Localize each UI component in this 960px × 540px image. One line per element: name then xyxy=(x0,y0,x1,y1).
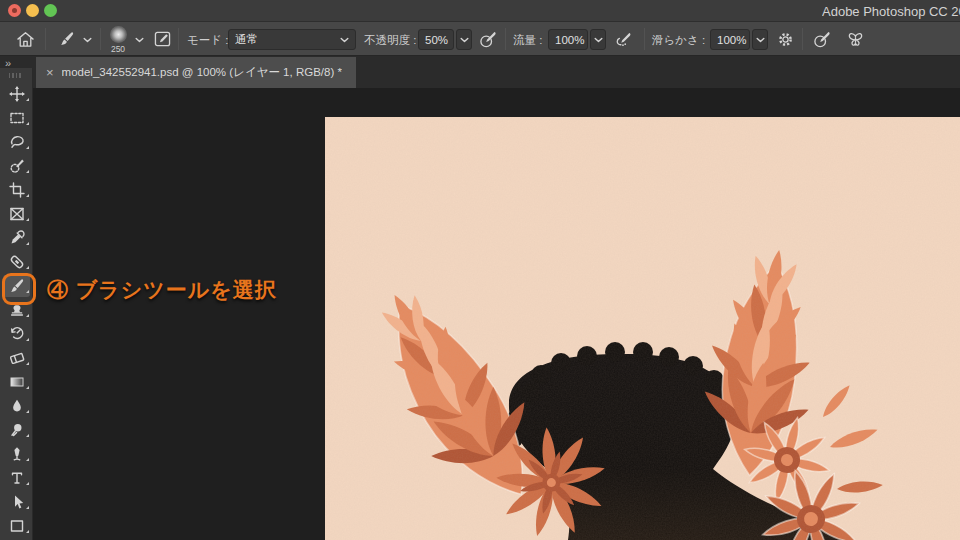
smoothing-chevron[interactable] xyxy=(752,29,768,50)
tool-rectangular-marquee[interactable] xyxy=(0,106,33,130)
home-button[interactable] xyxy=(12,29,38,49)
history-brush-icon xyxy=(9,326,25,342)
crop-icon xyxy=(9,182,25,198)
pen-pressure-icon xyxy=(813,31,831,48)
symmetry-butterfly-icon xyxy=(847,32,864,47)
soft-brush-preview-icon xyxy=(110,26,127,43)
blend-mode-select[interactable]: 通常 xyxy=(228,29,356,50)
brush-icon xyxy=(59,31,75,47)
photo-grain-overlay xyxy=(325,117,960,540)
flow-chevron[interactable] xyxy=(590,29,606,50)
clone-stamp-icon xyxy=(9,302,25,318)
airbrush-icon xyxy=(616,32,632,47)
opacity-value-box[interactable]: 50% xyxy=(418,29,454,50)
flow-value-box[interactable]: 100% xyxy=(548,29,588,50)
tool-dodge[interactable] xyxy=(0,418,33,442)
healing-brush-icon xyxy=(9,254,25,270)
brush-icon xyxy=(9,278,25,294)
toolbar-grip[interactable] xyxy=(9,73,23,78)
frame-icon xyxy=(9,206,25,222)
document-tab-bar: » × model_342552941.psd @ 100% (レイヤー 1, … xyxy=(0,56,960,88)
tool-preset-chevron[interactable] xyxy=(81,35,93,45)
gradient-icon xyxy=(9,374,25,390)
paint-symmetry-button[interactable] xyxy=(842,29,868,49)
tab-title: model_342552941.psd @ 100% (レイヤー 1, RGB/… xyxy=(62,65,342,80)
tool-eraser[interactable] xyxy=(0,346,33,370)
tool-eyedropper[interactable] xyxy=(0,226,33,250)
options-bar: 250 モード : 通常 不透明度 : 50% 流量 : 100% xyxy=(0,22,960,56)
chevron-down-icon xyxy=(135,37,144,43)
chevron-down-icon xyxy=(594,37,603,43)
chevron-down-icon xyxy=(756,37,765,43)
blur-drop-icon xyxy=(9,398,25,414)
flow-label: 流量 : xyxy=(513,33,542,48)
opacity-chevron[interactable] xyxy=(456,29,472,50)
tool-rectangle-shape[interactable] xyxy=(0,514,33,538)
lasso-icon xyxy=(9,134,25,150)
divider xyxy=(45,28,46,50)
zoom-window-button[interactable] xyxy=(44,4,57,17)
tool-clone-stamp[interactable] xyxy=(0,298,33,322)
opacity-label: 不透明度 : xyxy=(364,33,416,48)
dodge-icon xyxy=(9,422,25,438)
quick-selection-icon xyxy=(9,158,25,174)
mode-label: モード : xyxy=(187,33,228,48)
eraser-icon xyxy=(9,350,25,366)
chevron-down-icon xyxy=(460,37,469,43)
rectangle-shape-icon xyxy=(9,518,25,534)
smoothing-value: 100% xyxy=(717,34,746,46)
tool-frame[interactable] xyxy=(0,202,33,226)
canvas-workspace xyxy=(34,88,960,540)
divider xyxy=(505,28,506,50)
tool-quick-selection[interactable] xyxy=(0,154,33,178)
flow-value: 100% xyxy=(555,34,584,46)
tool-crop[interactable] xyxy=(0,178,33,202)
divider xyxy=(178,28,179,50)
tools-panel xyxy=(0,68,33,540)
toggle-brush-settings-panel-button[interactable] xyxy=(150,28,174,50)
close-window-button[interactable] xyxy=(8,4,21,17)
tool-brush[interactable] xyxy=(0,274,33,298)
chevron-down-icon xyxy=(83,37,92,43)
tool-lasso[interactable] xyxy=(0,130,33,154)
brush-settings-panel-icon xyxy=(154,31,171,47)
brush-tool-preset-button[interactable] xyxy=(55,29,79,49)
document-canvas-photo[interactable] xyxy=(325,117,960,540)
divider xyxy=(802,28,803,50)
tool-move[interactable] xyxy=(0,82,33,106)
smoothing-label: 滑らかさ : xyxy=(652,33,705,48)
chevron-down-icon xyxy=(340,37,349,43)
minimize-window-button[interactable] xyxy=(26,4,39,17)
selection-arrow-icon xyxy=(9,494,25,510)
window-title: Adobe Photoshop CC 20 xyxy=(822,4,960,19)
divider xyxy=(100,28,101,50)
eyedropper-icon xyxy=(9,230,25,246)
tool-blur[interactable] xyxy=(0,394,33,418)
brush-size-value: 250 xyxy=(104,44,132,54)
gear-icon xyxy=(778,32,793,47)
marquee-icon xyxy=(9,110,25,126)
tool-history-brush[interactable] xyxy=(0,322,33,346)
tool-type[interactable] xyxy=(0,466,33,490)
brush-picker-chevron[interactable] xyxy=(133,35,145,45)
opacity-value: 50% xyxy=(425,34,448,46)
photoshop-window: Adobe Photoshop CC 20 250 モード : 通常 xyxy=(0,0,960,540)
tab-close-button[interactable]: × xyxy=(46,66,54,79)
smoothing-value-box[interactable]: 100% xyxy=(710,29,750,50)
size-pressure-button[interactable] xyxy=(810,29,834,49)
divider xyxy=(644,28,645,50)
blend-mode-value: 通常 xyxy=(235,32,258,47)
document-tab[interactable]: × model_342552941.psd @ 100% (レイヤー 1, RG… xyxy=(36,57,356,88)
tool-gradient[interactable] xyxy=(0,370,33,394)
titlebar: Adobe Photoshop CC 20 xyxy=(0,0,960,22)
smoothing-options-gear-button[interactable] xyxy=(774,29,796,49)
pen-pressure-icon xyxy=(479,31,497,48)
tool-pen[interactable] xyxy=(0,442,33,466)
opacity-pressure-button[interactable] xyxy=(476,29,500,49)
tool-path-selection[interactable] xyxy=(0,490,33,514)
brush-preset-picker[interactable]: 250 xyxy=(104,26,132,52)
move-icon xyxy=(9,86,25,102)
type-icon xyxy=(9,470,25,486)
tool-spot-healing-brush[interactable] xyxy=(0,250,33,274)
airbrush-button[interactable] xyxy=(612,29,636,49)
